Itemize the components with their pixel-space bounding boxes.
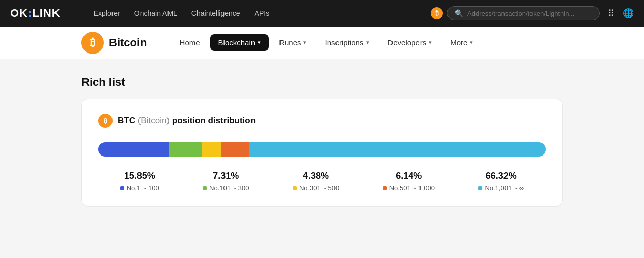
legend-dot-3 — [383, 186, 387, 190]
legend-dot-1 — [203, 186, 207, 190]
search-icon: 🔍 — [455, 9, 463, 17]
subnav-more[interactable]: More ▾ — [442, 34, 481, 51]
distribution-bar — [98, 142, 546, 157]
brand-section: ₿ Bitcoin — [81, 32, 147, 54]
nav-right-icons: ⠿ 🌐 — [608, 8, 634, 19]
legend-pct-2: 4.38% — [303, 171, 329, 182]
search-bar[interactable]: 🔍 Address/transaction/token/Lightnin... — [447, 6, 600, 20]
nav-explorer[interactable]: Explorer — [88, 6, 126, 20]
legend-label-row-1: No.101 ~ 300 — [203, 184, 249, 192]
coin-icon: ₿ — [98, 114, 113, 128]
globe-icon[interactable]: 🌐 — [623, 8, 634, 19]
subnav-home[interactable]: Home — [172, 34, 208, 51]
card-description: position distribution — [172, 116, 256, 125]
chevron-down-icon: ▾ — [470, 39, 473, 46]
legend-pct-3: 6.14% — [396, 171, 422, 182]
legend-item-0: 15.85%No.1 ~ 100 — [120, 171, 159, 192]
page-title: Rich list — [81, 75, 563, 89]
nav-onchain-aml[interactable]: Onchain AML — [128, 6, 183, 20]
sub-nav-items: Home Blockchain ▾ Runes ▾ Inscriptions ▾… — [172, 34, 563, 51]
chevron-down-icon: ▾ — [366, 39, 369, 46]
legend-pct-0: 15.85% — [124, 171, 155, 182]
legend-label-text-2: No.301 ~ 500 — [299, 184, 339, 192]
chevron-down-icon: ▾ — [429, 39, 432, 46]
legend-label-row-2: No.301 ~ 500 — [293, 184, 339, 192]
legend-label-text-1: No.101 ~ 300 — [209, 184, 249, 192]
legend-item-2: 4.38%No.301 ~ 500 — [293, 171, 339, 192]
search-placeholder: Address/transaction/token/Lightnin... — [467, 10, 574, 17]
subnav-inscriptions[interactable]: Inscriptions ▾ — [317, 34, 377, 51]
card-header: ₿ BTC (Bitcoin) position distribution — [98, 114, 546, 128]
bar-segment-seg1 — [98, 142, 169, 157]
legend-label-row-4: No.1,001 ~ ∞ — [478, 184, 524, 192]
top-nav: OK:LINK Explorer Onchain AML Chaintellig… — [0, 0, 644, 27]
legend-label-text-3: No.501 ~ 1,000 — [389, 184, 435, 192]
nav-divider — [79, 6, 79, 20]
bar-segment-seg4 — [221, 142, 249, 157]
bar-segment-seg5 — [249, 142, 546, 157]
legend: 15.85%No.1 ~ 1007.31%No.101 ~ 3004.38%No… — [98, 171, 546, 192]
btc-badge[interactable]: ₿ — [431, 7, 443, 19]
card-title: BTC (Bitcoin) position distribution — [118, 116, 256, 126]
brand-icon: ₿ — [81, 32, 104, 54]
legend-dot-4 — [478, 186, 482, 190]
legend-dot-2 — [293, 186, 297, 190]
nav-chaintelligence[interactable]: Chaintelligence — [185, 6, 246, 20]
legend-item-1: 7.31%No.101 ~ 300 — [203, 171, 249, 192]
logo[interactable]: OK:LINK — [10, 7, 61, 20]
legend-dot-0 — [120, 186, 124, 190]
legend-label-row-3: No.501 ~ 1,000 — [383, 184, 435, 192]
sub-nav: ₿ Bitcoin Home Blockchain ▾ Runes ▾ Insc… — [0, 27, 644, 59]
legend-item-4: 66.32%No.1,001 ~ ∞ — [478, 171, 524, 192]
subnav-developers[interactable]: Developers ▾ — [379, 34, 440, 51]
legend-pct-4: 66.32% — [486, 171, 517, 182]
legend-item-3: 6.14%No.501 ~ 1,000 — [383, 171, 435, 192]
subnav-blockchain[interactable]: Blockchain ▾ — [210, 34, 269, 51]
chevron-down-icon: ▾ — [258, 39, 261, 46]
chevron-down-icon: ▾ — [303, 39, 306, 46]
subnav-runes[interactable]: Runes ▾ — [271, 34, 315, 51]
nav-apis[interactable]: APIs — [248, 6, 276, 20]
legend-pct-1: 7.31% — [213, 171, 239, 182]
distribution-card: ₿ BTC (Bitcoin) position distribution 15… — [81, 99, 563, 207]
brand-name: Bitcoin — [109, 36, 147, 49]
bar-segment-seg3 — [202, 142, 222, 157]
legend-label-text-0: No.1 ~ 100 — [127, 184, 159, 192]
legend-label-text-4: No.1,001 ~ ∞ — [485, 184, 524, 192]
top-nav-links: Explorer Onchain AML Chaintelligence API… — [88, 6, 431, 20]
bar-segment-seg2 — [169, 142, 202, 157]
legend-label-row-0: No.1 ~ 100 — [120, 184, 159, 192]
grid-icon[interactable]: ⠿ — [608, 8, 614, 19]
main-content: Rich list ₿ BTC (Bitcoin) position distr… — [0, 59, 644, 223]
